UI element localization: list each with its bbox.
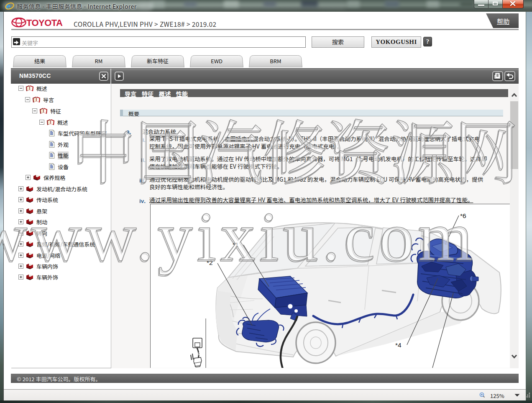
svg-text:TOYOTA: TOYOTA bbox=[26, 18, 63, 28]
svg-text:新车特征: 新车特征 bbox=[147, 57, 169, 65]
svg-text:*4: *4 bbox=[395, 341, 402, 349]
svg-text:*2: *2 bbox=[207, 259, 213, 266]
svg-text:结果: 结果 bbox=[34, 57, 45, 65]
svg-text:*6: *6 bbox=[460, 212, 466, 219]
svg-text:*1: *1 bbox=[233, 241, 239, 248]
svg-text:EWD: EWD bbox=[211, 57, 223, 65]
svg-text:RM: RM bbox=[95, 57, 103, 65]
svg-text:BRM: BRM bbox=[270, 57, 281, 65]
